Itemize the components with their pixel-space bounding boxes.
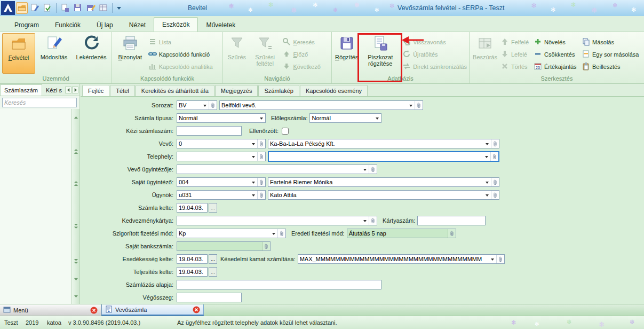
save-edit-icon[interactable] (85, 2, 97, 14)
dropdown-icon[interactable] (361, 165, 369, 174)
ugynok-name-field[interactable]: Kato Attila (268, 190, 499, 200)
elolegszamla-field[interactable]: Normál (309, 113, 381, 123)
entry-mode-folder-icon[interactable] (16, 2, 28, 14)
telephely-name-field[interactable] (268, 151, 499, 162)
modositas-button[interactable]: Módosítás (36, 33, 71, 74)
kartyaszam-input[interactable] (417, 216, 486, 225)
tab-muveletek[interactable]: Műveletek (198, 18, 243, 32)
list-scrollbar[interactable] (71, 109, 79, 304)
kapcsolodo-funkcio-button[interactable]: Kapcsolódó funkció (147, 48, 222, 60)
tab-fejlec[interactable]: Fejléc (82, 85, 109, 96)
attachment-icon[interactable] (415, 101, 423, 109)
tab-nezet[interactable]: Nézet (121, 18, 154, 32)
attachment-icon[interactable] (209, 101, 217, 109)
close-icon[interactable] (193, 306, 200, 314)
piszkozat-rogzitese-button[interactable]: Piszkozat rögzítése (360, 33, 400, 74)
scroll-down-icon[interactable] (73, 222, 79, 230)
tab-tetel[interactable]: Tétel (110, 85, 134, 96)
dropdown-icon[interactable] (489, 255, 496, 263)
tab-scroll-left-icon[interactable] (65, 87, 71, 93)
dropdown-icon[interactable] (483, 152, 490, 161)
rogzites-button[interactable]: Rögzítés (334, 33, 359, 74)
scroll-up-icon[interactable] (73, 179, 79, 187)
tab-kapcsolodo-esemeny[interactable]: Kapcsolódó esemény (300, 85, 368, 96)
telephely-code-field[interactable] (177, 152, 266, 161)
dropdown-icon[interactable] (407, 101, 415, 109)
noveles-button[interactable]: Növelés (532, 36, 580, 48)
close-icon[interactable] (90, 307, 98, 314)
attachment-icon[interactable] (257, 178, 265, 186)
document-check-icon[interactable] (42, 2, 53, 14)
tab-kezi-szamlaszam[interactable]: Kézi s (42, 85, 62, 96)
attachment-icon[interactable] (257, 152, 265, 161)
ellenorzott-checkbox[interactable] (282, 128, 289, 135)
attachment-icon[interactable] (490, 152, 498, 161)
dropdown-icon[interactable] (250, 139, 257, 148)
vevoszamla-tab[interactable]: Vevőszámla (101, 304, 204, 316)
szamla-kelte-input[interactable] (177, 203, 208, 213)
egy-sor-masolasa-button[interactable]: Egy sor másolása (580, 48, 643, 60)
dropdown-icon[interactable] (483, 139, 491, 148)
vevo-name-field[interactable]: Ka-Ba-La-La Pékség Kft. (268, 139, 499, 148)
tab-megjegyzes[interactable]: Megjegyzés (215, 85, 258, 96)
csokkentes-button[interactable]: Csökkentés (532, 48, 580, 60)
attachment-icon[interactable] (369, 165, 377, 174)
attachment-icon[interactable] (369, 216, 377, 225)
search-input[interactable] (2, 98, 77, 107)
tab-kerekites[interactable]: Kerekítés és áthárított áfa (136, 85, 214, 96)
dropdown-icon[interactable] (483, 178, 491, 186)
document-save-icon[interactable] (59, 2, 71, 14)
dropdown-icon[interactable] (250, 178, 257, 186)
szigoritott-fizetesi-mod-field[interactable]: Kp (177, 229, 286, 238)
bizonylat-button[interactable]: Bizonylat (114, 33, 146, 74)
dropdown-icon[interactable] (258, 114, 265, 122)
tab-program[interactable]: Program (6, 18, 47, 32)
attachment-icon[interactable] (491, 191, 499, 199)
sajat-ugyintezo-name-field[interactable]: Fartelné Riemer Mónika (268, 177, 499, 187)
sajat-ugyintezo-code-field[interactable]: 004 (177, 177, 266, 187)
scroll-bottom-icon[interactable] (73, 276, 79, 283)
tab-eszkozok[interactable]: Eszközök (154, 17, 198, 32)
edit-document-icon[interactable] (29, 2, 41, 14)
tab-uj-lap[interactable]: Új lap (89, 18, 121, 32)
vegosszeg-input[interactable] (177, 293, 242, 302)
toolbar-dropdown-icon[interactable] (115, 2, 123, 14)
felvetel-button[interactable]: Felvétel (2, 33, 35, 74)
sajat-bankszamla-field[interactable] (177, 241, 271, 251)
dropdown-icon[interactable] (250, 152, 257, 161)
dropdown-icon[interactable] (201, 101, 209, 109)
attachment-icon[interactable] (277, 229, 285, 238)
save-icon[interactable] (72, 2, 84, 14)
attachment-icon[interactable] (491, 139, 499, 148)
dropdown-icon[interactable] (361, 216, 369, 225)
attachment-icon[interactable] (262, 242, 270, 250)
szamlazas-alapja-input[interactable] (177, 280, 381, 289)
tab-szamlakep[interactable]: Számlakép (258, 85, 299, 96)
dropdown-icon[interactable] (373, 114, 381, 122)
sorozat-name-field[interactable]: Belföldi vevő. (219, 100, 423, 110)
kezi-szamlaszam-input[interactable] (177, 126, 242, 136)
scroll-page-down-icon[interactable] (73, 257, 79, 265)
invoice-list[interactable] (0, 109, 79, 304)
dropdown-icon[interactable] (250, 191, 257, 199)
eredeti-fizetesi-mod-field[interactable]: Átutalás 5 nap (347, 229, 456, 238)
dropdown-icon[interactable] (483, 191, 491, 199)
ertekajanlas-button[interactable]: 23 Értékajánlás (532, 60, 580, 73)
ugynok-code-field[interactable]: u031 (177, 190, 266, 200)
masolas-button[interactable]: Másolás (580, 36, 643, 48)
scroll-page-up-icon[interactable] (73, 147, 79, 155)
dropdown-icon[interactable] (270, 229, 277, 238)
attachment-icon[interactable] (491, 178, 499, 186)
szamla-kelte-more-button[interactable]: … (209, 203, 217, 213)
scroll-end-icon[interactable] (73, 293, 79, 300)
attachment-icon[interactable] (448, 229, 456, 238)
kedvezmenykartya-field[interactable] (177, 216, 377, 225)
attachment-icon[interactable] (257, 139, 265, 148)
table-icon[interactable] (98, 2, 109, 14)
attachment-icon[interactable] (257, 191, 265, 199)
attachment-icon[interactable] (496, 255, 504, 263)
scroll-top-icon[interactable] (73, 113, 79, 121)
tab-funkciok[interactable]: Funkciók (47, 18, 89, 32)
tab-scroll-right-icon[interactable] (72, 87, 78, 93)
teljesites-kelte-more-button[interactable]: … (209, 267, 217, 277)
